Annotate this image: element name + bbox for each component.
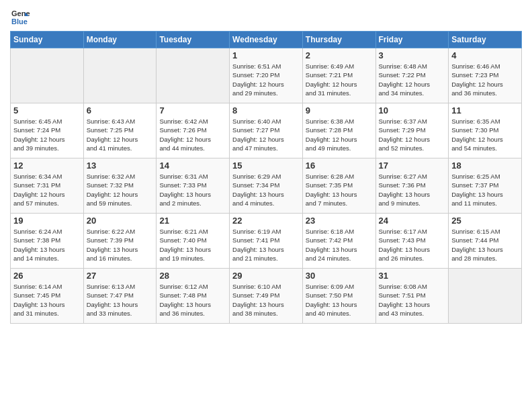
calendar-cell: 25Sunrise: 6:15 AM Sunset: 7:44 PM Dayli… xyxy=(449,214,522,269)
day-number: 6 xyxy=(87,105,154,116)
weekday-header-monday: Monday xyxy=(83,32,157,48)
calendar-cell: 12Sunrise: 6:34 AM Sunset: 7:31 PM Dayli… xyxy=(11,158,84,214)
day-info: Sunrise: 6:08 AM Sunset: 7:51 PM Dayligh… xyxy=(379,282,446,318)
day-number: 8 xyxy=(232,105,300,116)
calendar-cell: 2Sunrise: 6:49 AM Sunset: 7:21 PM Daylig… xyxy=(302,48,375,103)
calendar-cell: 8Sunrise: 6:40 AM Sunset: 7:27 PM Daylig… xyxy=(230,103,303,158)
weekday-header-friday: Friday xyxy=(375,32,449,48)
day-number: 4 xyxy=(451,50,519,60)
day-number: 29 xyxy=(232,271,300,281)
calendar-cell: 24Sunrise: 6:17 AM Sunset: 7:43 PM Dayli… xyxy=(375,214,449,269)
calendar-week-row: 5Sunrise: 6:45 AM Sunset: 7:24 PM Daylig… xyxy=(11,103,522,158)
day-number: 22 xyxy=(232,216,300,226)
calendar-cell: 27Sunrise: 6:13 AM Sunset: 7:47 PM Dayli… xyxy=(83,269,157,324)
logo: General Blue xyxy=(10,7,30,27)
day-number: 13 xyxy=(87,161,154,171)
day-number: 18 xyxy=(451,161,519,171)
calendar-cell: 26Sunrise: 6:14 AM Sunset: 7:45 PM Dayli… xyxy=(11,269,84,324)
day-info: Sunrise: 6:14 AM Sunset: 7:45 PM Dayligh… xyxy=(13,282,81,318)
day-number: 3 xyxy=(379,50,446,60)
calendar-week-row: 12Sunrise: 6:34 AM Sunset: 7:31 PM Dayli… xyxy=(11,158,522,214)
calendar-cell: 29Sunrise: 6:10 AM Sunset: 7:49 PM Dayli… xyxy=(230,269,303,324)
calendar-cell: 30Sunrise: 6:09 AM Sunset: 7:50 PM Dayli… xyxy=(302,269,375,324)
day-number: 7 xyxy=(159,105,226,116)
day-info: Sunrise: 6:29 AM Sunset: 7:34 PM Dayligh… xyxy=(232,172,300,208)
day-info: Sunrise: 6:09 AM Sunset: 7:50 PM Dayligh… xyxy=(306,282,373,318)
day-info: Sunrise: 6:49 AM Sunset: 7:21 PM Dayligh… xyxy=(306,62,373,97)
logo-icon: General Blue xyxy=(10,7,30,27)
day-info: Sunrise: 6:12 AM Sunset: 7:48 PM Dayligh… xyxy=(159,282,226,318)
day-number: 23 xyxy=(306,216,373,226)
calendar-cell: 5Sunrise: 6:45 AM Sunset: 7:24 PM Daylig… xyxy=(11,103,84,158)
calendar-cell xyxy=(11,48,84,103)
day-number: 10 xyxy=(379,105,446,116)
day-number: 21 xyxy=(159,216,226,226)
calendar-cell: 3Sunrise: 6:48 AM Sunset: 7:22 PM Daylig… xyxy=(375,48,449,103)
day-number: 11 xyxy=(451,105,519,116)
day-info: Sunrise: 6:17 AM Sunset: 7:43 PM Dayligh… xyxy=(379,227,446,263)
calendar-cell: 20Sunrise: 6:22 AM Sunset: 7:39 PM Dayli… xyxy=(83,214,157,269)
weekday-header-saturday: Saturday xyxy=(449,32,522,48)
day-number: 5 xyxy=(13,105,81,116)
day-number: 31 xyxy=(379,271,446,281)
weekday-header-wednesday: Wednesday xyxy=(230,32,303,48)
day-info: Sunrise: 6:32 AM Sunset: 7:32 PM Dayligh… xyxy=(87,172,154,208)
day-number: 26 xyxy=(13,271,81,281)
day-info: Sunrise: 6:34 AM Sunset: 7:31 PM Dayligh… xyxy=(13,172,81,208)
day-info: Sunrise: 6:45 AM Sunset: 7:24 PM Dayligh… xyxy=(13,117,81,152)
calendar-week-row: 19Sunrise: 6:24 AM Sunset: 7:38 PM Dayli… xyxy=(11,214,522,269)
calendar-cell: 22Sunrise: 6:19 AM Sunset: 7:41 PM Dayli… xyxy=(230,214,303,269)
svg-text:General: General xyxy=(11,9,30,17)
calendar-week-row: 26Sunrise: 6:14 AM Sunset: 7:45 PM Dayli… xyxy=(11,269,522,324)
day-info: Sunrise: 6:31 AM Sunset: 7:33 PM Dayligh… xyxy=(159,172,226,208)
calendar-cell: 1Sunrise: 6:51 AM Sunset: 7:20 PM Daylig… xyxy=(230,48,303,103)
day-info: Sunrise: 6:10 AM Sunset: 7:49 PM Dayligh… xyxy=(232,282,300,318)
day-info: Sunrise: 6:24 AM Sunset: 7:38 PM Dayligh… xyxy=(13,227,81,263)
day-info: Sunrise: 6:35 AM Sunset: 7:30 PM Dayligh… xyxy=(451,117,519,152)
calendar-table: SundayMondayTuesdayWednesdayThursdayFrid… xyxy=(10,31,522,324)
day-number: 24 xyxy=(379,216,446,226)
day-info: Sunrise: 6:18 AM Sunset: 7:42 PM Dayligh… xyxy=(306,227,373,263)
calendar-cell xyxy=(83,48,157,103)
day-number: 27 xyxy=(87,271,154,281)
day-number: 20 xyxy=(87,216,154,226)
day-number: 1 xyxy=(232,50,300,60)
day-info: Sunrise: 6:40 AM Sunset: 7:27 PM Dayligh… xyxy=(232,117,300,152)
calendar-cell: 31Sunrise: 6:08 AM Sunset: 7:51 PM Dayli… xyxy=(375,269,449,324)
day-info: Sunrise: 6:46 AM Sunset: 7:23 PM Dayligh… xyxy=(451,62,519,97)
day-info: Sunrise: 6:43 AM Sunset: 7:25 PM Dayligh… xyxy=(87,117,154,152)
calendar-cell: 17Sunrise: 6:27 AM Sunset: 7:36 PM Dayli… xyxy=(375,158,449,214)
day-number: 25 xyxy=(451,216,519,226)
calendar-cell: 19Sunrise: 6:24 AM Sunset: 7:38 PM Dayli… xyxy=(11,214,84,269)
calendar-cell: 21Sunrise: 6:21 AM Sunset: 7:40 PM Dayli… xyxy=(157,214,230,269)
calendar-cell: 16Sunrise: 6:28 AM Sunset: 7:35 PM Dayli… xyxy=(302,158,375,214)
weekday-header-row: SundayMondayTuesdayWednesdayThursdayFrid… xyxy=(11,32,522,48)
calendar-cell: 9Sunrise: 6:38 AM Sunset: 7:28 PM Daylig… xyxy=(302,103,375,158)
calendar-cell: 18Sunrise: 6:25 AM Sunset: 7:37 PM Dayli… xyxy=(449,158,522,214)
calendar-cell xyxy=(449,269,522,324)
calendar-cell: 23Sunrise: 6:18 AM Sunset: 7:42 PM Dayli… xyxy=(302,214,375,269)
calendar-cell xyxy=(157,48,230,103)
calendar-cell: 14Sunrise: 6:31 AM Sunset: 7:33 PM Dayli… xyxy=(157,158,230,214)
day-info: Sunrise: 6:25 AM Sunset: 7:37 PM Dayligh… xyxy=(451,172,519,208)
calendar-cell: 6Sunrise: 6:43 AM Sunset: 7:25 PM Daylig… xyxy=(83,103,157,158)
day-number: 14 xyxy=(159,161,226,171)
day-info: Sunrise: 6:22 AM Sunset: 7:39 PM Dayligh… xyxy=(87,227,154,263)
svg-text:Blue: Blue xyxy=(11,17,28,26)
day-info: Sunrise: 6:15 AM Sunset: 7:44 PM Dayligh… xyxy=(451,227,519,263)
weekday-header-thursday: Thursday xyxy=(302,32,375,48)
page-header: General Blue xyxy=(10,7,522,27)
weekday-header-sunday: Sunday xyxy=(11,32,84,48)
day-info: Sunrise: 6:48 AM Sunset: 7:22 PM Dayligh… xyxy=(379,62,446,97)
day-info: Sunrise: 6:21 AM Sunset: 7:40 PM Dayligh… xyxy=(159,227,226,263)
day-number: 15 xyxy=(232,161,300,171)
day-number: 19 xyxy=(13,216,81,226)
day-number: 2 xyxy=(306,50,373,60)
day-info: Sunrise: 6:42 AM Sunset: 7:26 PM Dayligh… xyxy=(159,117,226,152)
day-number: 12 xyxy=(13,161,81,171)
day-info: Sunrise: 6:27 AM Sunset: 7:36 PM Dayligh… xyxy=(379,172,446,208)
day-info: Sunrise: 6:13 AM Sunset: 7:47 PM Dayligh… xyxy=(87,282,154,318)
calendar-cell: 4Sunrise: 6:46 AM Sunset: 7:23 PM Daylig… xyxy=(449,48,522,103)
day-number: 9 xyxy=(306,105,373,116)
day-info: Sunrise: 6:51 AM Sunset: 7:20 PM Dayligh… xyxy=(232,62,300,97)
